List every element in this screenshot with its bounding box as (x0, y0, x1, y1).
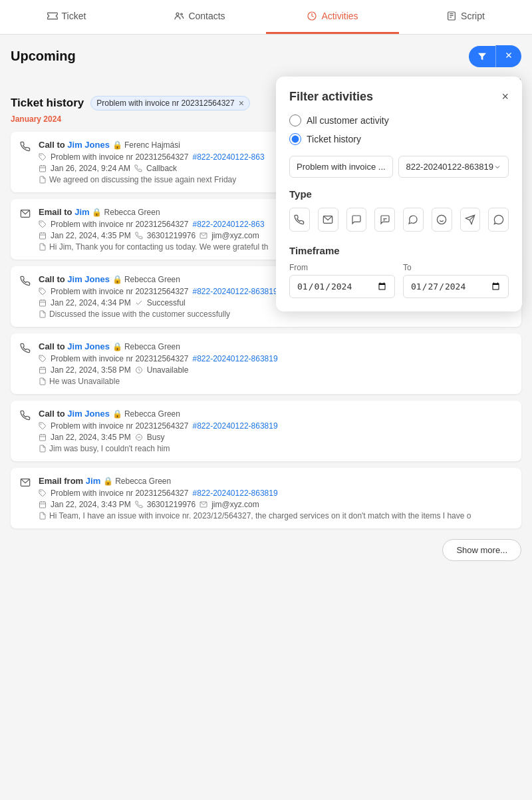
activity-description: Hi Team, I have an issue with invoice nr… (39, 511, 512, 520)
call-icon (20, 141, 31, 154)
mail-icon (200, 500, 207, 508)
timeframe-row: From To (289, 263, 509, 298)
filter-dropdown-hash[interactable]: 822-20240122-863819 (398, 156, 509, 178)
doc-icon (39, 243, 47, 251)
filter-actions (469, 45, 521, 67)
type-mail-button[interactable] (318, 208, 338, 232)
tag-icon (39, 422, 47, 430)
activity-meta: Problem with invoice nr 202312564327 #82… (39, 354, 512, 363)
chevron-down-icon (493, 163, 501, 171)
tab-script[interactable]: Script (399, 0, 532, 34)
call-icon (20, 276, 31, 288)
show-more-button[interactable]: Show more... (442, 539, 521, 561)
svg-rect-16 (40, 233, 46, 239)
agent-name: 🔒 Rebecca Green (103, 477, 171, 486)
activity-date: Jan 26, 2024, 9:24 AM (51, 164, 130, 173)
type-whatsapp-icon (408, 214, 418, 225)
contact-name[interactable]: Jim (74, 207, 89, 217)
radio-ticket-history[interactable]: Ticket history (289, 133, 509, 145)
activity-title: Email from Jim 🔒 Rebecca Green (39, 476, 512, 486)
activity-meta: Problem with invoice nr 202312564327 #82… (39, 489, 512, 498)
type-sms-button[interactable] (374, 208, 395, 232)
filter-button[interactable] (469, 46, 495, 67)
filter-dropdown-ticket[interactable]: Problem with invoice ... (289, 156, 393, 178)
calendar-icon (39, 500, 47, 508)
type-emoji-icon (436, 214, 447, 225)
type-chat-button[interactable] (346, 208, 367, 232)
busy-icon (135, 433, 143, 441)
agent-name: 🔒 Rebecca Green (112, 409, 180, 419)
hash-link[interactable]: #822-20240122-863819 (192, 287, 277, 296)
activity-status: Unavailable (147, 365, 189, 375)
svg-point-40 (41, 491, 42, 493)
activity-description: He was Unavailable (39, 377, 512, 386)
type-whatsapp-button[interactable] (403, 208, 424, 232)
radio-all-input[interactable] (289, 114, 301, 126)
activities-icon (307, 11, 317, 21)
hash-link[interactable]: #822-20240122-863 (192, 220, 264, 229)
svg-point-1 (181, 13, 183, 15)
show-more-wrapper: Show more... (11, 539, 521, 561)
tab-activities-label: Activities (321, 11, 358, 21)
timeframe-to-input[interactable] (403, 275, 509, 298)
call-icon (20, 410, 31, 423)
svg-point-49 (437, 215, 446, 224)
calendar-icon (39, 232, 47, 240)
activity-date: Jan 22, 2024, 4:35 PM (51, 231, 131, 240)
filter-icon (477, 51, 487, 62)
agent-name: 🔒 Ferenc Hajmási (112, 140, 180, 150)
ticket-tag-label: Problem with invoice nr 202312564327 (96, 99, 234, 108)
contact-name[interactable]: Jim Jones (67, 274, 110, 284)
doc-icon (39, 512, 47, 520)
tab-ticket[interactable]: Ticket (0, 0, 133, 34)
timeframe-to-label: To (403, 263, 509, 272)
ticket-ref: Problem with invoice nr 202312564327 (51, 287, 188, 296)
type-viber-icon (493, 214, 504, 225)
timeframe-from-input[interactable] (289, 275, 395, 298)
call-icon (20, 343, 31, 355)
ticket-ref: Problem with invoice nr 202312564327 (51, 220, 188, 229)
type-viber-button[interactable] (488, 208, 509, 232)
ticket-icon (47, 11, 58, 21)
contact-name[interactable]: Jim Jones (67, 341, 110, 351)
top-navigation: Ticket Contacts Activities Script (0, 0, 532, 35)
radio-ticket-input[interactable] (289, 133, 301, 145)
tab-contacts[interactable]: Contacts (133, 0, 266, 34)
ticket-ref: Problem with invoice nr 202312564327 (51, 421, 188, 431)
type-icons-row (289, 208, 509, 232)
contact-name[interactable]: Jim Jones (67, 409, 110, 419)
calendar-icon (39, 433, 47, 441)
filter-dropdown-hash-text: 822-20240122-863819 (406, 162, 493, 172)
filter-panel-title: Filter activities (289, 90, 373, 104)
tab-activities[interactable]: Activities (266, 0, 399, 34)
svg-point-21 (41, 290, 42, 291)
radio-all-activity[interactable]: All customer activity (289, 114, 509, 126)
hash-link[interactable]: #822-20240122-863819 (192, 421, 277, 431)
contact-name[interactable]: Jim Jones (67, 140, 110, 150)
email-icon (20, 208, 31, 221)
agent-name: 🔒 Rebecca Green (112, 275, 180, 284)
doc-icon (39, 176, 47, 184)
remove-tag-button[interactable]: × (239, 98, 244, 108)
activity-date: Jan 22, 2024, 3:45 PM (51, 433, 131, 442)
filter-panel-close[interactable]: × (501, 90, 509, 104)
hash-link[interactable]: #822-20240122-863819 (192, 354, 277, 363)
hash-link[interactable]: #822-20240122-863819 (192, 489, 277, 498)
doc-icon (39, 445, 47, 453)
radio-ticket-label: Ticket history (307, 134, 361, 144)
radio-group: All customer activity Ticket history (289, 114, 509, 145)
hash-link[interactable]: #822-20240122-863 (192, 152, 264, 162)
type-emoji-button[interactable] (432, 208, 452, 232)
filter-dropdown-ticket-text: Problem with invoice ... (297, 162, 386, 172)
contact-name[interactable]: Jim (86, 476, 100, 486)
timeframe-from-col: From (289, 263, 395, 298)
close-filter-button[interactable] (495, 45, 521, 67)
type-telegram-button[interactable] (460, 208, 481, 232)
type-phone-button[interactable] (289, 208, 310, 232)
svg-rect-41 (40, 502, 46, 508)
email-icon (20, 477, 31, 490)
tag-icon (39, 288, 47, 296)
ticket-filter-tag: Problem with invoice nr 202312564327 × (90, 96, 250, 110)
doc-icon (39, 377, 47, 385)
tab-script-label: Script (461, 11, 485, 21)
